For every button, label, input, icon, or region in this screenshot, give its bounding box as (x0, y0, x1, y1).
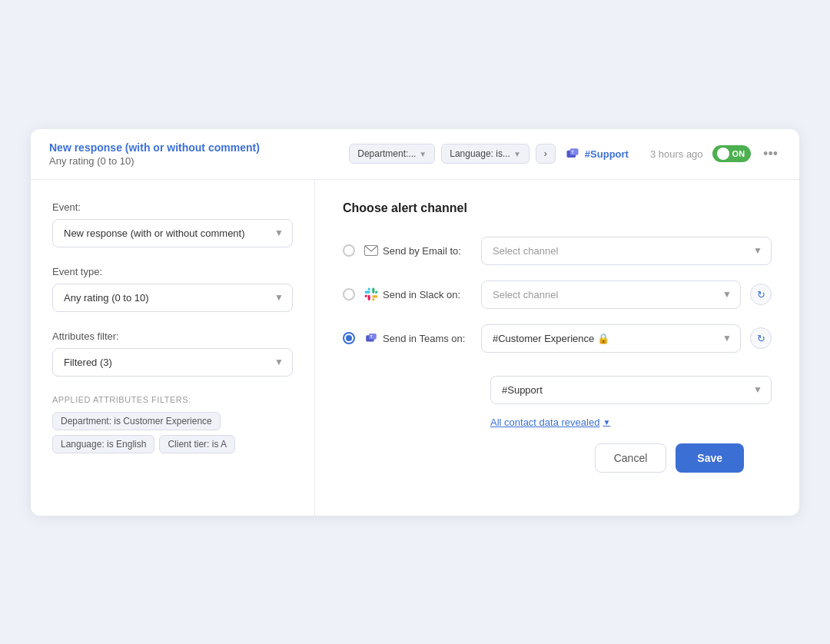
teams-icon-small: T (364, 331, 378, 345)
event-type-select-wrapper: Any rating (0 to 10) ▼ (52, 284, 293, 312)
email-icon (364, 245, 378, 256)
email-channel-select[interactable]: Select channel (481, 237, 772, 265)
slack-channel-row: Send in Slack on: Select channel ▼ ↻ (343, 281, 772, 309)
more-options-button[interactable]: ••• (760, 143, 781, 165)
right-panel: Choose alert channel Send by Email to: S… (315, 180, 799, 516)
filter-chip-department: Department: is Customer Experience (52, 412, 221, 430)
sub-channel-select-wrapper: #Support ▼ (490, 376, 772, 404)
toggle-switch[interactable]: ON (712, 145, 752, 162)
rule-title: New response (with or without comment) (49, 141, 340, 154)
language-tag-chevron: ▼ (513, 150, 521, 158)
timestamp: 3 hours ago (650, 148, 703, 160)
filter-chips: Department: is Customer Experience Langu… (52, 412, 293, 453)
attributes-group: Attributes filter: Filtered (3) ▼ (52, 330, 293, 377)
attributes-select[interactable]: Filtered (3) (52, 348, 293, 377)
body-row: Event: New response (with or without com… (31, 180, 799, 516)
contact-data-link[interactable]: All contact data revealed ▼ (490, 417, 610, 428)
main-container: New response (with or without comment) A… (31, 129, 799, 516)
email-channel-row: Send by Email to: Select channel ▼ (343, 237, 772, 265)
event-select[interactable]: New response (with or without comment) (52, 219, 293, 247)
language-tag[interactable]: Language: is... ▼ (441, 144, 530, 164)
header-row: New response (with or without comment) A… (31, 129, 799, 180)
email-channel-label: Send by Email to: (364, 245, 472, 257)
rule-subtitle: Any rating (0 to 10) (49, 155, 340, 167)
filter-chip-language: Language: is English (52, 435, 154, 453)
department-tag[interactable]: Department:... ▼ (349, 144, 435, 164)
teams-channel-group: T Send in Teams on: #Customer Experience… (343, 324, 772, 404)
department-tag-chevron: ▼ (419, 150, 427, 158)
teams-radio[interactable] (343, 332, 355, 344)
slack-radio[interactable] (343, 288, 355, 300)
teams-channel-label: T Send in Teams on: (364, 331, 472, 345)
panel-title: Choose alert channel (343, 201, 772, 215)
teams-channel-badge: T #Support (565, 146, 629, 161)
event-select-wrapper: New response (with or without comment) ▼ (52, 219, 293, 247)
teams-icon: T (565, 146, 580, 161)
slack-refresh-button[interactable]: ↻ (750, 284, 772, 305)
applied-filters-section: APPLIED ATTRIBUTES FILTERS: Department: … (52, 395, 293, 453)
attributes-select-wrapper: Filtered (3) ▼ (52, 348, 293, 377)
teams-channel-row: T Send in Teams on: #Customer Experience… (343, 324, 772, 353)
slack-channel-select-wrapper: Select channel ▼ (481, 281, 741, 309)
cancel-button[interactable]: Cancel (595, 443, 667, 473)
attributes-label: Attributes filter: (52, 330, 293, 342)
sub-channel-select[interactable]: #Support (490, 376, 772, 404)
email-channel-select-wrapper: Select channel ▼ (481, 237, 772, 265)
left-panel: Event: New response (with or without com… (31, 180, 315, 516)
event-type-group: Event type: Any rating (0 to 10) ▼ (52, 266, 293, 312)
sub-channel-row: #Support ▼ (490, 376, 772, 404)
slack-icon (364, 287, 378, 301)
event-type-label: Event type: (52, 266, 293, 277)
header-tags: Department:... ▼ Language: is... ▼ › (349, 144, 556, 164)
applied-filters-label: APPLIED ATTRIBUTES FILTERS: (52, 395, 293, 404)
contact-data-chevron: ▼ (603, 418, 610, 427)
event-group: Event: New response (with or without com… (52, 201, 293, 247)
expand-tag[interactable]: › (536, 144, 556, 164)
event-type-select[interactable]: Any rating (0 to 10) (52, 284, 293, 312)
event-label: Event: (52, 201, 293, 213)
email-radio[interactable] (343, 244, 355, 257)
teams-refresh-button[interactable]: ↻ (750, 327, 772, 349)
svg-text:T: T (571, 150, 574, 154)
slack-channel-select[interactable]: Select channel (481, 281, 741, 309)
footer-row: Cancel Save (343, 428, 772, 494)
teams-channel-select-wrapper: #Customer Experience 🔒 ▼ (481, 324, 741, 353)
header-title: New response (with or without comment) A… (49, 141, 340, 167)
teams-channel-select[interactable]: #Customer Experience 🔒 (481, 324, 741, 353)
toggle-knob (717, 148, 729, 160)
save-button[interactable]: Save (676, 443, 744, 473)
filter-chip-client-tier: Client tier: is A (159, 435, 235, 453)
slack-channel-label: Send in Slack on: (364, 287, 472, 301)
